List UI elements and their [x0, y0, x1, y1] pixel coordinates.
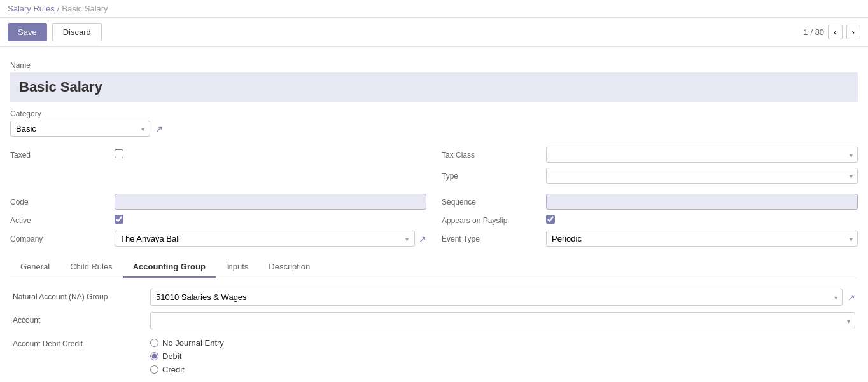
- account-row: Account ▾: [13, 312, 855, 329]
- category-row: Basic ▾ ↗: [10, 121, 858, 137]
- taxed-label: Taxed: [10, 151, 99, 160]
- type-field: ▾: [546, 168, 858, 184]
- pagination: 1 / 80 ‹ ›: [804, 25, 860, 39]
- breadcrumb-separator: /: [57, 4, 60, 13]
- active-label: Active: [10, 216, 99, 225]
- event-type-field: Periodic ▾: [546, 231, 858, 247]
- radio-debit-label: Debit: [162, 351, 181, 361]
- radio-no-journal-input[interactable]: [150, 339, 158, 347]
- radio-debit-input[interactable]: [150, 352, 158, 360]
- category-chevron-icon: ▾: [141, 125, 144, 132]
- category-external-link-icon[interactable]: ↗: [155, 124, 163, 134]
- natural-account-label: Natural Account (NA) Group: [13, 289, 140, 301]
- radio-credit[interactable]: Credit: [150, 365, 855, 374]
- radio-no-journal-label: No Journal Entry: [162, 338, 224, 348]
- pagination-text: 1 / 80: [804, 27, 825, 37]
- active-payslip-row: Active Appears on Payslip: [10, 215, 858, 226]
- main-content: Name Basic Salary Category Basic ▾ ↗ Tax…: [0, 47, 868, 382]
- save-button[interactable]: Save: [8, 23, 47, 41]
- tab-accounting-group[interactable]: Accounting Group: [123, 257, 216, 278]
- taxed-field: [115, 149, 426, 160]
- breadcrumb: Salary Rules / Basic Salary: [8, 4, 108, 13]
- active-field: [115, 215, 426, 226]
- accounting-group-tab-content: Natural Account (NA) Group 51010 Salarie…: [10, 289, 858, 374]
- company-external-link-icon[interactable]: ↗: [419, 234, 426, 244]
- toolbar: Save Discard 1 / 80 ‹ ›: [0, 18, 868, 47]
- company-event-row: Company The Anvaya Bali ▾ ↗ Event Type P…: [10, 231, 858, 247]
- radio-no-journal[interactable]: No Journal Entry: [150, 338, 855, 348]
- tab-child-rules[interactable]: Child Rules: [60, 257, 122, 278]
- name-value: Basic Salary: [10, 72, 858, 102]
- category-label: Category: [10, 109, 858, 118]
- code-label: Code: [10, 198, 99, 207]
- sequence-input[interactable]: 1,001: [546, 194, 858, 210]
- event-type-select[interactable]: Periodic: [546, 231, 858, 247]
- company-label: Company: [10, 235, 99, 243]
- company-select[interactable]: The Anvaya Bali: [115, 231, 415, 247]
- tax-class-label: Tax Class: [442, 151, 531, 160]
- account-debit-credit-field: No Journal Entry Debit Credit: [150, 336, 855, 374]
- tab-inputs[interactable]: Inputs: [216, 257, 258, 278]
- pagination-next[interactable]: ›: [846, 25, 860, 39]
- code-sequence-row: Code BASIC Sequence 1,001: [10, 194, 858, 210]
- type-select[interactable]: [546, 168, 858, 184]
- tab-description[interactable]: Description: [258, 257, 320, 278]
- active-checkbox[interactable]: [115, 215, 123, 224]
- category-select[interactable]: Basic: [16, 124, 118, 133]
- natural-account-row: Natural Account (NA) Group 51010 Salarie…: [13, 289, 855, 306]
- appears-on-payslip-field: [546, 215, 858, 226]
- appears-on-payslip-checkbox[interactable]: [546, 215, 555, 224]
- tax-class-select[interactable]: [546, 147, 858, 163]
- tabs: General Child Rules Accounting Group Inp…: [10, 257, 858, 278]
- breadcrumb-parent[interactable]: Salary Rules: [8, 4, 55, 13]
- radio-debit[interactable]: Debit: [150, 351, 855, 361]
- pagination-prev[interactable]: ‹: [828, 25, 842, 39]
- tax-class-field: ▾: [546, 147, 858, 163]
- account-debit-credit-label: Account Debit Credit: [13, 336, 140, 348]
- account-debit-credit-row: Account Debit Credit No Journal Entry De…: [13, 336, 855, 374]
- natural-account-field: 51010 Salaries & Wages ▾ ↗: [150, 289, 855, 306]
- natural-account-external-link-icon[interactable]: ↗: [848, 292, 855, 303]
- sequence-label: Sequence: [442, 198, 531, 207]
- account-field: ▾: [150, 312, 855, 329]
- taxed-checkbox[interactable]: [115, 149, 123, 158]
- account-select[interactable]: [150, 312, 855, 329]
- event-type-label: Event Type: [442, 235, 531, 243]
- discard-button[interactable]: Discard: [52, 23, 102, 41]
- account-label: Account: [13, 312, 140, 325]
- company-field: The Anvaya Bali ▾ ↗: [115, 231, 426, 247]
- name-label: Name: [10, 61, 858, 70]
- breadcrumb-bar: Salary Rules / Basic Salary: [0, 0, 868, 18]
- radio-credit-label: Credit: [162, 365, 185, 374]
- toolbar-actions: Save Discard: [8, 23, 102, 41]
- code-input[interactable]: BASIC: [115, 194, 426, 210]
- natural-account-select[interactable]: 51010 Salaries & Wages: [150, 289, 843, 306]
- type-label: Type: [442, 172, 531, 181]
- radio-credit-input[interactable]: [150, 365, 158, 374]
- tab-general[interactable]: General: [10, 257, 60, 278]
- taxed-row: Taxed Tax Class ▾ Type ▾: [10, 147, 858, 184]
- appears-on-payslip-label: Appears on Payslip: [442, 216, 531, 225]
- breadcrumb-current: Basic Salary: [62, 4, 108, 13]
